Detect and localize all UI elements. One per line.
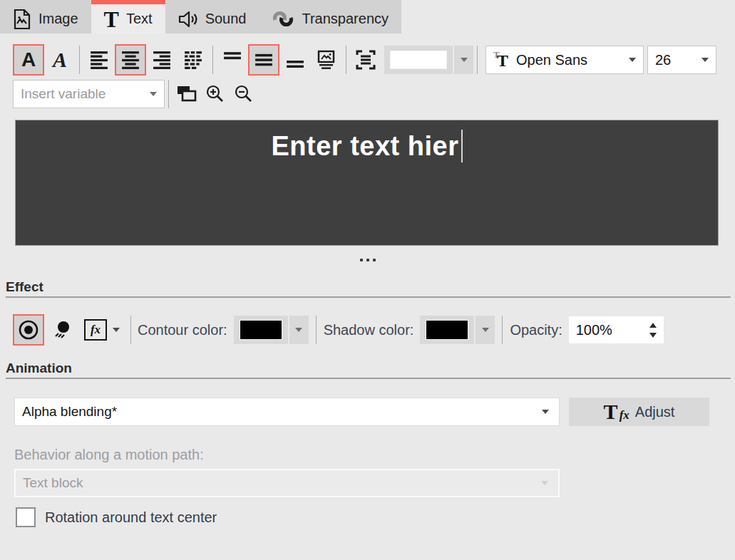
- shadow-color-arrow-button[interactable]: [476, 316, 495, 344]
- rotation-checkbox-label: Rotation around text center: [45, 509, 217, 526]
- spin-down-icon[interactable]: [649, 333, 657, 338]
- rotation-checkbox[interactable]: [16, 507, 36, 527]
- chevron-down-icon: [461, 58, 468, 62]
- transparency-icon: [272, 10, 294, 28]
- chevron-down-icon: [113, 328, 120, 332]
- toolbar-separator: [212, 46, 213, 74]
- rotation-option: Rotation around text center: [16, 507, 217, 527]
- motion-path-behavior-value: Text block: [23, 475, 83, 491]
- editor-text: Enter text hier: [271, 131, 458, 162]
- contour-color-button[interactable]: [234, 316, 288, 344]
- contour-color-dropdown: [234, 316, 309, 344]
- fit-text-frame-icon: [356, 50, 376, 70]
- tab-text[interactable]: T Text: [91, 0, 165, 33]
- align-right-button[interactable]: [146, 44, 178, 76]
- contour-color-label: Contour color:: [138, 322, 227, 338]
- tab-sound[interactable]: Sound: [165, 0, 259, 33]
- fx-dropdown-button[interactable]: [108, 316, 124, 344]
- valign-top-button[interactable]: [217, 44, 248, 76]
- adjust-button[interactable]: T fx Adjust: [569, 398, 709, 426]
- toolbar-separator: [79, 46, 80, 74]
- spin-up-icon[interactable]: [649, 323, 657, 328]
- toolbar-separator: [168, 80, 169, 108]
- valign-bottom-button[interactable]: [279, 44, 311, 76]
- toolbar-separator: [316, 316, 317, 344]
- tab-bar: Image T Text Sound Transpar: [0, 0, 401, 33]
- zoom-in-button[interactable]: [201, 80, 230, 108]
- align-justify-icon: [184, 51, 202, 69]
- font-color-button[interactable]: [384, 46, 453, 74]
- opacity-value: 100%: [576, 322, 612, 338]
- insert-variable-select[interactable]: Insert variable: [13, 80, 165, 108]
- font-size-value: 26: [655, 52, 671, 68]
- text-effect-fx-icon: fx: [620, 408, 629, 422]
- valign-top-icon: [223, 51, 242, 69]
- shadow-icon: [52, 319, 73, 341]
- contour-button[interactable]: [13, 314, 44, 346]
- italic-button[interactable]: A: [44, 44, 76, 76]
- adjust-button-label: Adjust: [635, 404, 675, 420]
- image-caption-button[interactable]: [311, 44, 342, 76]
- text-effect-icon: T: [604, 401, 618, 422]
- zoom-out-button[interactable]: [230, 80, 258, 108]
- shadow-color-dropdown: [420, 316, 495, 344]
- font-icon: TT: [493, 51, 510, 69]
- spinner-arrows: [649, 323, 659, 338]
- valign-middle-button[interactable]: [248, 44, 279, 76]
- valign-bottom-icon: [286, 51, 304, 69]
- chevron-down-icon: [701, 58, 709, 62]
- font-family-value: Open Sans: [516, 52, 587, 68]
- chevron-down-icon: [542, 410, 549, 414]
- duplicate-icon: [176, 85, 197, 103]
- fx-icon: fx: [84, 319, 107, 341]
- align-left-button[interactable]: [83, 44, 115, 76]
- bold-icon: A: [21, 50, 36, 70]
- font-color-dropdown: [384, 46, 473, 74]
- font-size-select[interactable]: 26: [647, 46, 716, 74]
- zoom-in-icon: [205, 84, 225, 104]
- opacity-spinner[interactable]: 100%: [569, 316, 664, 343]
- align-center-icon: [121, 51, 140, 69]
- insert-toolbar: Insert variable: [13, 79, 258, 109]
- chevron-down-icon: [150, 92, 157, 96]
- font-color-arrow-button[interactable]: [454, 46, 473, 74]
- valign-middle-icon: [255, 51, 273, 69]
- fit-text-frame-button[interactable]: [350, 44, 381, 76]
- animation-section-title: Animation: [6, 361, 72, 376]
- toolbar-separator: [502, 316, 503, 344]
- effect-section-title: Effect: [6, 279, 43, 295]
- shadow-color-label: Shadow color:: [324, 322, 414, 338]
- panel-splitter-handle[interactable]: [0, 255, 735, 265]
- tab-transparency[interactable]: Transparency: [259, 0, 401, 33]
- shadow-color-button[interactable]: [420, 316, 474, 344]
- align-left-icon: [90, 51, 108, 69]
- align-center-button[interactable]: [115, 44, 146, 76]
- animation-value: Alpha blending*: [22, 404, 117, 420]
- tab-label: Sound: [205, 11, 247, 27]
- splitter-dot: [360, 259, 363, 261]
- image-caption-icon: [317, 50, 336, 70]
- shadow-color-swatch: [426, 320, 468, 340]
- zoom-out-icon: [234, 84, 254, 104]
- sound-icon: [178, 10, 198, 28]
- text-icon: T: [104, 8, 119, 31]
- bold-button[interactable]: A: [13, 44, 44, 76]
- chevron-down-icon: [541, 481, 548, 485]
- toolbar-separator: [130, 316, 131, 344]
- toolbar-separator: [346, 46, 346, 74]
- shadow-button[interactable]: [47, 314, 78, 346]
- text-editor[interactable]: Enter text hier: [15, 120, 719, 246]
- chevron-down-icon: [629, 58, 636, 62]
- animation-select[interactable]: Alpha blending*: [14, 398, 560, 426]
- font-family-select[interactable]: TT Open Sans: [485, 46, 644, 74]
- tab-label: Text: [126, 11, 153, 27]
- tab-label: Image: [38, 11, 78, 27]
- tab-image[interactable]: Image: [0, 0, 91, 33]
- format-toolbar: A A: [13, 43, 716, 76]
- image-icon: [13, 9, 31, 30]
- align-justify-button[interactable]: [178, 44, 209, 76]
- contour-color-arrow-button[interactable]: [289, 316, 309, 344]
- fx-button[interactable]: fx: [83, 316, 108, 344]
- duplicate-button[interactable]: [173, 80, 201, 108]
- text-properties-panel: Image T Text Sound Transpar: [0, 0, 735, 560]
